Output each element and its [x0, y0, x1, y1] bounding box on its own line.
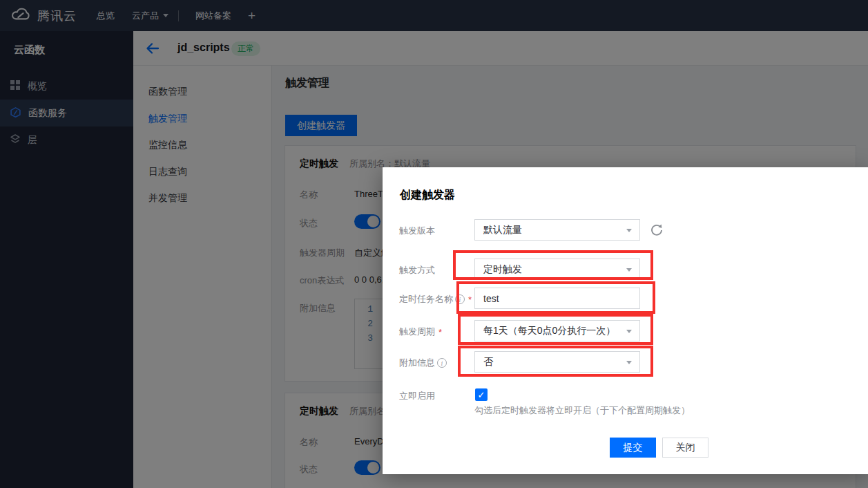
extra-info-select[interactable]: 否 [474, 351, 640, 373]
task-name-label: 定时任务名称 * [399, 293, 472, 306]
period-label: 触发周期 * [399, 326, 442, 338]
info-icon[interactable] [437, 358, 447, 368]
chevron-down-icon [626, 361, 632, 364]
page: 腾讯云 总览 云产品 网站备案 + 云函数 概览 [0, 0, 868, 488]
enable-checkbox[interactable] [475, 388, 488, 401]
extra-info-label: 附加信息 [399, 357, 447, 369]
refresh-icon[interactable] [650, 223, 664, 237]
close-button[interactable]: 关闭 [662, 438, 708, 458]
modal-title: 创建触发器 [400, 188, 455, 203]
required-asterisk: * [468, 294, 472, 305]
chevron-down-icon [626, 330, 632, 333]
task-name-input[interactable] [474, 288, 640, 309]
version-label: 触发版本 [399, 225, 435, 237]
enable-label: 立即启用 [399, 390, 435, 402]
info-icon[interactable] [455, 294, 465, 304]
version-select[interactable]: 默认流量 [474, 219, 640, 241]
submit-button[interactable]: 提交 [610, 438, 656, 458]
method-label: 触发方式 [399, 264, 435, 276]
required-asterisk: * [438, 327, 442, 337]
chevron-down-icon [626, 229, 632, 232]
enable-helper-text: 勾选后定时触发器将立即开启（于下个配置周期触发） [474, 404, 690, 417]
period-select[interactable]: 每1天（每天0点0分执行一次） [474, 320, 640, 341]
chevron-down-icon [626, 268, 632, 272]
create-trigger-modal: 创建触发器 触发版本 默认流量 触发方式 定时触发 定时任务名称 * [383, 167, 868, 474]
method-select[interactable]: 定时触发 [474, 259, 640, 280]
